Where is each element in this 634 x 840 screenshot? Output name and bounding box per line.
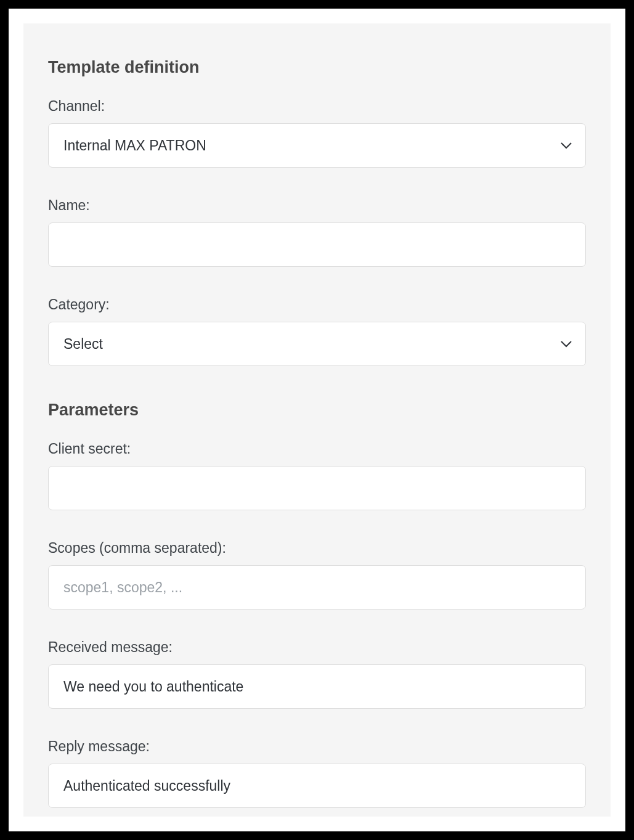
- category-select-wrap: Select: [48, 322, 586, 366]
- form-panel: Template definition Channel: Internal MA…: [23, 23, 611, 817]
- name-field: Name:: [48, 197, 586, 267]
- channel-label: Channel:: [48, 98, 586, 115]
- client-secret-field: Client secret:: [48, 441, 586, 510]
- template-definition-heading: Template definition: [48, 58, 586, 77]
- scopes-input[interactable]: [48, 565, 586, 610]
- received-message-label: Received message:: [48, 639, 586, 656]
- channel-select-wrap: Internal MAX PATRON: [48, 123, 586, 168]
- outer-frame: Template definition Channel: Internal MA…: [9, 9, 625, 831]
- name-input[interactable]: [48, 222, 586, 267]
- reply-message-label: Reply message:: [48, 738, 586, 755]
- reply-message-field: Reply message:: [48, 738, 586, 808]
- category-select[interactable]: Select: [48, 322, 586, 366]
- reply-message-input[interactable]: [48, 764, 586, 808]
- category-label: Category:: [48, 296, 586, 313]
- name-label: Name:: [48, 197, 586, 214]
- scopes-label: Scopes (comma separated):: [48, 540, 586, 557]
- parameters-heading: Parameters: [48, 401, 586, 420]
- received-message-input[interactable]: [48, 664, 586, 709]
- channel-field: Channel: Internal MAX PATRON: [48, 98, 586, 168]
- category-field: Category: Select: [48, 296, 586, 366]
- scopes-field: Scopes (comma separated):: [48, 540, 586, 610]
- client-secret-input[interactable]: [48, 466, 586, 510]
- client-secret-label: Client secret:: [48, 441, 586, 457]
- channel-select[interactable]: Internal MAX PATRON: [48, 123, 586, 168]
- received-message-field: Received message:: [48, 639, 586, 709]
